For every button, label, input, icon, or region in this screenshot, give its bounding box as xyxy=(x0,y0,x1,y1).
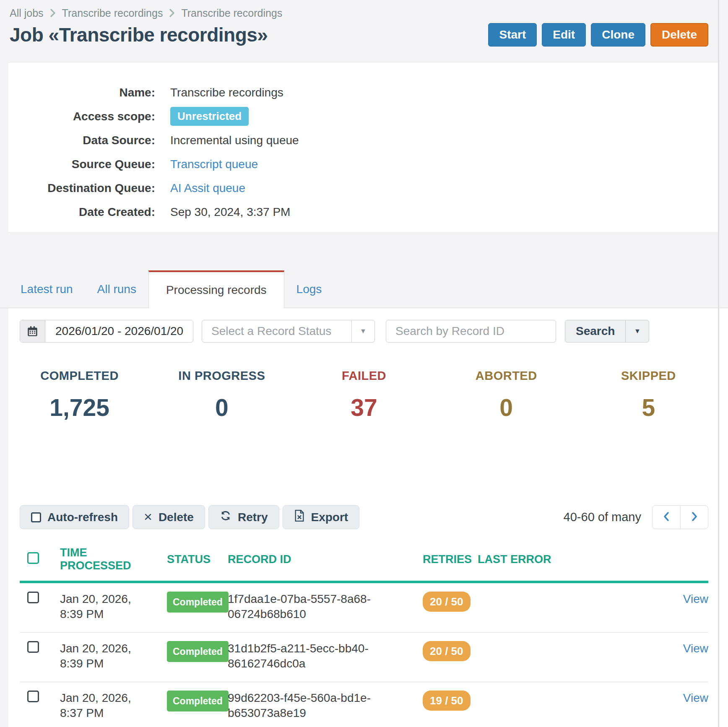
search-options-caret[interactable]: ▼ xyxy=(625,320,649,342)
date-range-input[interactable]: 2026/01/20 - 2026/01/20 xyxy=(20,320,193,343)
delete-label: Delete xyxy=(159,511,194,524)
detail-label: Destination Queue: xyxy=(8,182,155,195)
stats-row: COMPLETED 1,725 IN PROGRESS 0 FAILED 37 … xyxy=(8,369,720,421)
view-link[interactable]: View xyxy=(683,592,708,605)
stat-value: 1,725 xyxy=(8,394,151,421)
tab-all-runs[interactable]: All runs xyxy=(85,270,148,308)
detail-label: Data Source: xyxy=(8,134,155,147)
previous-page-button[interactable] xyxy=(653,506,680,529)
scrollbar-track[interactable] xyxy=(718,0,719,727)
retries-badge: 19 / 50 xyxy=(423,691,471,711)
date-range-value: 2026/01/20 - 2026/01/20 xyxy=(45,325,183,338)
header-actions: Start Edit Clone Delete xyxy=(488,23,708,47)
checkbox-icon xyxy=(31,512,41,522)
status-badge: Completed xyxy=(167,592,229,613)
stat-in-progress: IN PROGRESS 0 xyxy=(151,369,293,421)
stat-skipped: SKIPPED 5 xyxy=(577,369,720,421)
filters-row: 2026/01/20 - 2026/01/20 Select a Record … xyxy=(20,320,708,343)
search-button-group: Search ▼ xyxy=(565,320,649,343)
table-row: Jan 20, 2026, 8:37 PM Completed 99d62203… xyxy=(20,682,708,727)
header-last-error: LAST ERROR xyxy=(478,553,662,566)
cell-time-processed: Jan 20, 2026, 8:39 PM xyxy=(60,592,167,622)
stat-value: 5 xyxy=(577,394,720,421)
detail-label: Access scope: xyxy=(8,110,155,123)
caret-down-icon: ▼ xyxy=(634,327,641,335)
row-checkbox[interactable] xyxy=(27,641,39,653)
retries-badge: 20 / 50 xyxy=(423,592,471,612)
view-link[interactable]: View xyxy=(683,691,708,704)
stat-label: SKIPPED xyxy=(577,369,720,383)
table-header-row: TIME PROCESSED STATUS RECORD ID RETRIES … xyxy=(20,546,708,583)
cell-record-id: 31d1b2f5-a211-5ecc-bb40-86162746dc0a xyxy=(228,641,372,671)
record-status-select[interactable]: Select a Record Status ▼ xyxy=(202,320,375,343)
cell-time-processed: Jan 20, 2026, 8:37 PM xyxy=(60,691,167,721)
record-id-search-input[interactable] xyxy=(386,320,556,343)
detail-label: Name: xyxy=(8,86,155,99)
page-title: Job «Transcribe recordings» xyxy=(10,23,268,46)
retry-label: Retry xyxy=(238,511,268,524)
pagination: 40-60 of many xyxy=(564,505,708,529)
status-badge: Completed xyxy=(167,641,229,662)
retries-badge: 20 / 50 xyxy=(423,641,471,661)
chevron-right-icon xyxy=(49,8,56,18)
retry-icon xyxy=(220,510,231,524)
stat-value: 37 xyxy=(293,394,435,421)
job-details-card: Name: Transcribe recordings Access scope… xyxy=(8,63,720,232)
source-queue-link[interactable]: Transcript queue xyxy=(170,158,258,171)
chevron-right-icon xyxy=(169,8,175,18)
table-toolbar: Auto-refresh × Delete Retry Export 40-60… xyxy=(20,505,708,529)
detail-row-destination-queue: Destination Queue: AI Assit queue xyxy=(8,176,720,200)
cell-record-id: 1f7daa1e-07ba-5557-8a68-06724b68b610 xyxy=(228,592,372,622)
breadcrumb-item-job[interactable]: Transcribe recordings xyxy=(62,7,163,19)
breadcrumb-item-all-jobs[interactable]: All jobs xyxy=(10,7,44,19)
stat-value: 0 xyxy=(151,394,293,421)
header-status: STATUS xyxy=(167,553,228,566)
detail-value-data-source: Incremental using queue xyxy=(170,134,299,147)
detail-label: Date Created: xyxy=(8,205,155,219)
row-checkbox[interactable] xyxy=(27,592,39,603)
breadcrumb: All jobs Transcribe recordings Transcrib… xyxy=(10,7,728,19)
delete-button[interactable]: Delete xyxy=(650,23,708,47)
detail-label: Source Queue: xyxy=(8,158,155,171)
destination-queue-link[interactable]: AI Assit queue xyxy=(170,182,245,195)
table-row: Jan 20, 2026, 8:39 PM Completed 1f7daa1e… xyxy=(20,583,708,633)
stat-label: IN PROGRESS xyxy=(151,369,293,383)
tab-latest-run[interactable]: Latest run xyxy=(8,270,85,308)
auto-refresh-label: Auto-refresh xyxy=(47,511,118,524)
clone-button[interactable]: Clone xyxy=(591,23,645,47)
detail-value-name: Transcribe recordings xyxy=(170,86,283,99)
export-file-icon xyxy=(294,510,305,524)
tab-logs[interactable]: Logs xyxy=(284,270,334,308)
records-table: TIME PROCESSED STATUS RECORD ID RETRIES … xyxy=(20,546,708,727)
status-badge: Completed xyxy=(167,691,229,711)
detail-row-name: Name: Transcribe recordings xyxy=(8,80,720,104)
export-button[interactable]: Export xyxy=(283,505,360,529)
stat-label: FAILED xyxy=(293,369,435,383)
pagination-info: 40-60 of many xyxy=(564,510,641,524)
breadcrumb-item-current: Transcribe recordings xyxy=(181,7,282,19)
tab-processing-records[interactable]: Processing records xyxy=(148,270,284,308)
stat-label: COMPLETED xyxy=(8,369,151,383)
detail-row-date-created: Date Created: Sep 30, 2024, 3:37 PM xyxy=(8,200,720,224)
detail-value-date-created: Sep 30, 2024, 3:37 PM xyxy=(170,205,290,219)
edit-button[interactable]: Edit xyxy=(542,23,586,47)
select-all-checkbox[interactable] xyxy=(27,552,39,564)
delete-selected-button[interactable]: × Delete xyxy=(133,505,205,529)
retry-button[interactable]: Retry xyxy=(208,505,279,529)
start-button[interactable]: Start xyxy=(488,23,537,47)
next-page-button[interactable] xyxy=(680,506,708,529)
record-status-placeholder: Select a Record Status xyxy=(202,325,331,338)
row-checkbox[interactable] xyxy=(27,691,39,702)
auto-refresh-toggle[interactable]: Auto-refresh xyxy=(20,505,129,529)
cell-time-processed: Jan 20, 2026, 8:39 PM xyxy=(60,641,167,671)
search-button[interactable]: Search xyxy=(565,320,625,342)
detail-row-data-source: Data Source: Incremental using queue xyxy=(8,128,720,152)
pager-buttons xyxy=(652,505,708,529)
header-retries: RETRIES xyxy=(423,553,474,566)
close-icon: × xyxy=(144,509,152,524)
export-label: Export xyxy=(311,511,348,524)
detail-row-access-scope: Access scope: Unrestricted xyxy=(8,104,720,128)
caret-down-icon: ▼ xyxy=(351,320,374,342)
detail-row-source-queue: Source Queue: Transcript queue xyxy=(8,152,720,176)
view-link[interactable]: View xyxy=(683,642,708,655)
